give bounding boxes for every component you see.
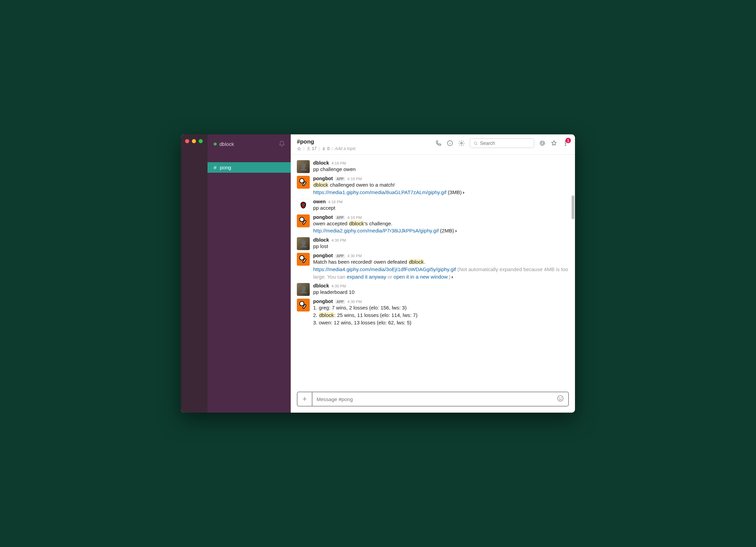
- message-timestamp: 4:30 PM: [331, 238, 346, 242]
- channel-title: #pong: [297, 138, 429, 145]
- message-timestamp: 4:30 PM: [347, 300, 362, 304]
- member-count[interactable]: 17: [306, 146, 317, 151]
- emoji-icon[interactable]: [557, 395, 564, 403]
- search-box[interactable]: [470, 138, 534, 148]
- mentions-icon[interactable]: [539, 140, 546, 147]
- message-username[interactable]: owen: [313, 199, 326, 204]
- avatar[interactable]: [297, 199, 310, 212]
- message: pongbotAPP4:18 PMdblock challenged owen …: [291, 174, 575, 197]
- link[interactable]: https://media4.giphy.com/media/3oEjI1dfF…: [313, 266, 456, 272]
- svg-point-7: [565, 143, 566, 144]
- message-line: http://media2.giphy.com/media/P7r38iJJkP…: [313, 227, 569, 234]
- workspace-switcher[interactable]: dblock: [214, 141, 234, 147]
- svg-point-3: [461, 143, 463, 144]
- sidebar-channel-pong[interactable]: #pong: [208, 162, 291, 173]
- avatar[interactable]: [297, 160, 310, 173]
- message: pongbotAPP4:30 PMMatch has been recorded…: [291, 251, 575, 282]
- star-icon[interactable]: [551, 140, 557, 147]
- message-line: dblock challenged owen to a match!: [313, 181, 569, 189]
- expand-caret-icon[interactable]: [452, 276, 453, 279]
- message-username[interactable]: pongbot: [313, 214, 333, 220]
- message-line: pp challenge owen: [313, 166, 569, 173]
- link[interactable]: https://media1.giphy.com/media/8uaGLPAT7…: [313, 189, 446, 195]
- link[interactable]: http://media2.giphy.com/media/P7r38iJJkP…: [313, 228, 439, 233]
- notifications-icon[interactable]: [278, 140, 285, 147]
- message-line: https://media1.giphy.com/media/8uaGLPAT7…: [313, 189, 569, 196]
- attach-button[interactable]: +: [297, 392, 312, 407]
- scrollbar-thumb[interactable]: [572, 195, 574, 219]
- hash-icon: #: [214, 165, 216, 170]
- message-line: owen accepted dblock's challenge.: [313, 220, 569, 227]
- avatar[interactable]: [297, 299, 310, 312]
- message-line: 2. dblock: 25 wins, 11 losses (elo: 114,…: [313, 312, 569, 319]
- message-timestamp: 4:18 PM: [328, 200, 343, 204]
- app-badge: APP: [335, 215, 345, 220]
- message: dblock4:18 PMpp challenge owen: [291, 159, 575, 174]
- avatar[interactable]: [297, 253, 310, 266]
- svg-point-8: [565, 145, 566, 146]
- notification-badge: 1: [565, 138, 571, 143]
- star-channel-icon[interactable]: [297, 147, 301, 151]
- message-line: Match has been recorded! owen defeated d…: [313, 258, 569, 266]
- presence-indicator: [214, 143, 217, 146]
- call-icon[interactable]: [435, 140, 442, 147]
- svg-point-9: [300, 178, 304, 183]
- close-window-button[interactable]: [185, 139, 189, 143]
- message-username[interactable]: pongbot: [313, 176, 333, 181]
- app-badge: APP: [335, 254, 345, 258]
- message: pongbotAPP4:18 PMowen accepted dblock's …: [291, 213, 575, 236]
- message-username[interactable]: pongbot: [313, 253, 333, 258]
- workspace-rail: [181, 134, 208, 413]
- minimize-window-button[interactable]: [192, 139, 196, 143]
- channel-header: #pong | 17 | 0 | Add a: [291, 134, 575, 155]
- expand-caret-icon[interactable]: [455, 230, 457, 232]
- app-window: dblock #pong #pong | 17: [181, 134, 575, 413]
- message-timestamp: 4:18 PM: [347, 215, 362, 220]
- message-username[interactable]: pongbot: [313, 299, 333, 304]
- app-badge: APP: [335, 300, 345, 304]
- composer-row: +: [291, 392, 575, 413]
- svg-point-1: [308, 147, 309, 149]
- message-username[interactable]: dblock: [313, 283, 329, 288]
- channel-label: pong: [220, 165, 231, 170]
- window-controls: [181, 134, 208, 148]
- add-topic-link[interactable]: Add a topic: [335, 146, 356, 151]
- avatar[interactable]: [297, 237, 310, 250]
- message-username[interactable]: dblock: [313, 237, 329, 243]
- channel-list: #pong: [208, 152, 291, 173]
- avatar[interactable]: [297, 283, 310, 296]
- message-line: pp leaderboard 10: [313, 288, 569, 296]
- message-composer[interactable]: [312, 392, 569, 407]
- svg-point-18: [559, 398, 560, 398]
- workspace-name: dblock: [219, 141, 234, 147]
- link[interactable]: expand it anyway: [347, 274, 386, 280]
- message-timestamp: 4:30 PM: [331, 284, 346, 288]
- message-line: 1. greg: 7 wins, 2 losses (elo: 156, lws…: [313, 304, 569, 312]
- avatar[interactable]: [297, 214, 310, 227]
- message-list[interactable]: dblock4:18 PMpp challenge owenpongbotAPP…: [291, 155, 575, 392]
- message-username[interactable]: dblock: [313, 160, 329, 166]
- message-timestamp: 4:18 PM: [331, 161, 346, 165]
- message: pongbotAPP4:30 PM1. greg: 7 wins, 2 loss…: [291, 297, 575, 327]
- search-input[interactable]: [480, 140, 530, 146]
- svg-point-11: [300, 217, 304, 222]
- svg-point-13: [300, 256, 304, 260]
- message-input[interactable]: [317, 396, 557, 402]
- maximize-window-button[interactable]: [199, 139, 203, 143]
- message-line: https://media4.giphy.com/media/3oEjI1dfF…: [313, 266, 569, 281]
- message-timestamp: 4:18 PM: [347, 177, 362, 181]
- expand-caret-icon[interactable]: [463, 191, 465, 194]
- avatar[interactable]: [297, 176, 310, 189]
- settings-icon[interactable]: [458, 140, 465, 147]
- main-panel: #pong | 17 | 0 | Add a: [291, 134, 575, 413]
- svg-point-19: [561, 398, 561, 398]
- message: owen4:18 PMpp accept: [291, 197, 575, 213]
- info-icon[interactable]: [447, 140, 453, 147]
- channel-sidebar: dblock #pong: [208, 134, 291, 413]
- message-line: pp lost: [313, 243, 569, 250]
- pin-count[interactable]: 0: [322, 146, 329, 151]
- message-timestamp: 4:30 PM: [347, 254, 362, 258]
- more-menu-icon[interactable]: 1: [562, 140, 569, 147]
- app-badge: APP: [335, 177, 345, 181]
- link[interactable]: open it in a new window: [394, 274, 447, 280]
